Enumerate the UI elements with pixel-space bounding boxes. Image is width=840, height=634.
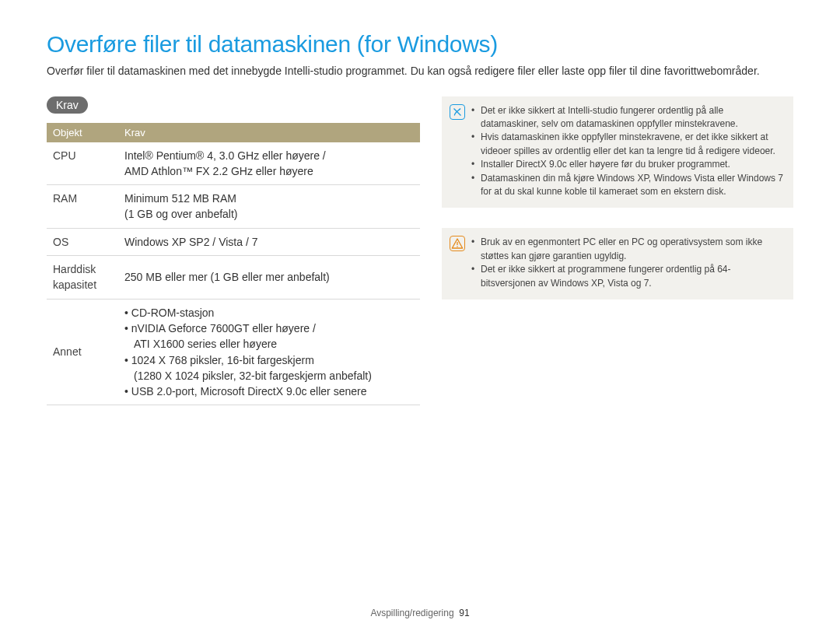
table-row: OS Windows XP SP2 / Vista / 7 (47, 228, 420, 255)
page-title: Overføre filer til datamaskinen (for Win… (47, 31, 793, 58)
warning-item: Bruk av en egenmontert PC eller en PC og… (471, 236, 784, 263)
text: Installer DirectX 9.0c eller høyere før … (481, 158, 784, 171)
cell-ram-label: RAM (47, 185, 118, 229)
note-item: Hvis datamaskinen ikke oppfyller minstek… (471, 131, 784, 158)
right-column: Det er ikke sikkert at Intelli-studio fu… (442, 96, 793, 320)
table-row: CPU Intel® Pentium® 4, 3.0 GHz eller høy… (47, 142, 420, 185)
th-krav: Krav (118, 123, 420, 142)
note-box: Det er ikke sikkert at Intelli-studio fu… (442, 96, 793, 208)
warning-item: Det er ikke sikkert at programmene funge… (471, 263, 784, 290)
svg-point-1 (457, 247, 458, 248)
cell-hdd-value: 250 MB eller mer (1 GB eller mer anbefal… (118, 256, 420, 299)
text: 1024 X 768 piksler, 16-bit fargeskjerm (131, 354, 314, 366)
table-row: RAM Minimum 512 MB RAM (1 GB og over anb… (47, 185, 420, 229)
text: Datamaskinen din må kjøre Windows XP, Wi… (481, 172, 784, 199)
text: Bruk av en egenmontert PC eller en PC og… (481, 236, 784, 263)
table-row: Harddisk kapasitet 250 MB eller mer (1 G… (47, 256, 420, 299)
requirements-table: Objekt Krav CPU Intel® Pentium® 4, 3.0 G… (47, 123, 420, 406)
cell-annet-value: CD-ROM-stasjon nVIDIA Geforce 7600GT ell… (118, 299, 420, 405)
list-item: 1024 X 768 piksler, 16-bit fargeskjerm (124, 352, 414, 368)
intro-paragraph: Overfør filer til datamaskinen med det i… (47, 64, 793, 79)
footer-section: Avspilling/redigering (370, 608, 453, 618)
cell-cpu-label: CPU (47, 142, 118, 185)
cell-os-value: Windows XP SP2 / Vista / 7 (118, 228, 420, 255)
cell-cpu-value: Intel® Pentium® 4, 3.0 GHz eller høyere … (118, 142, 420, 185)
text: Hvis datamaskinen ikke oppfyller minstek… (481, 131, 784, 158)
note-item: Datamaskinen din må kjøre Windows XP, Wi… (471, 172, 784, 199)
cell-annet-label: Annet (47, 299, 118, 405)
note-item: Installer DirectX 9.0c eller høyere før … (471, 158, 784, 171)
text: (1 GB og over anbefalt) (124, 208, 238, 220)
list-item: nVIDIA Geforce 7600GT eller høyere / (124, 321, 414, 336)
list-item-sub: ATI X1600 series eller høyere (124, 336, 414, 352)
text: Intel® Pentium® 4, 3.0 GHz eller høyere … (124, 149, 326, 162)
th-objekt: Objekt (47, 123, 118, 142)
note-icon (450, 104, 465, 120)
text: nVIDIA Geforce 7600GT eller høyere / (131, 322, 316, 335)
cell-ram-value: Minimum 512 MB RAM (1 GB og over anbefal… (118, 185, 420, 229)
cell-os-label: OS (47, 228, 118, 255)
left-column: Krav Objekt Krav CPU Intel® Pentium® 4, … (47, 96, 420, 406)
cell-hdd-label: Harddisk kapasitet (47, 256, 118, 299)
text: Harddisk (53, 263, 96, 275)
list-item: USB 2.0-port, Microsoft DirectX 9.0c ell… (124, 384, 414, 399)
page-footer: Avspilling/redigering 91 (0, 608, 840, 618)
text: kapasitet (53, 278, 96, 291)
note-item: Det er ikke sikkert at Intelli-studio fu… (471, 104, 784, 131)
list-item: CD-ROM-stasjon (124, 305, 414, 321)
list-item-sub: (1280 X 1024 piksler, 32-bit fargeskjerm… (124, 368, 414, 384)
warning-icon (450, 236, 465, 251)
text: Det er ikke sikkert at programmene funge… (481, 263, 784, 290)
text: AMD Athlon™ FX 2.2 GHz eller høyere (124, 165, 313, 177)
text: Det er ikke sikkert at Intelli-studio fu… (481, 104, 784, 131)
section-label-krav: Krav (47, 96, 88, 114)
table-row: Annet CD-ROM-stasjon nVIDIA Geforce 7600… (47, 299, 420, 405)
text: Minimum 512 MB RAM (124, 192, 236, 205)
footer-page-number: 91 (459, 608, 469, 618)
warning-box: Bruk av en egenmontert PC eller en PC og… (442, 228, 793, 299)
